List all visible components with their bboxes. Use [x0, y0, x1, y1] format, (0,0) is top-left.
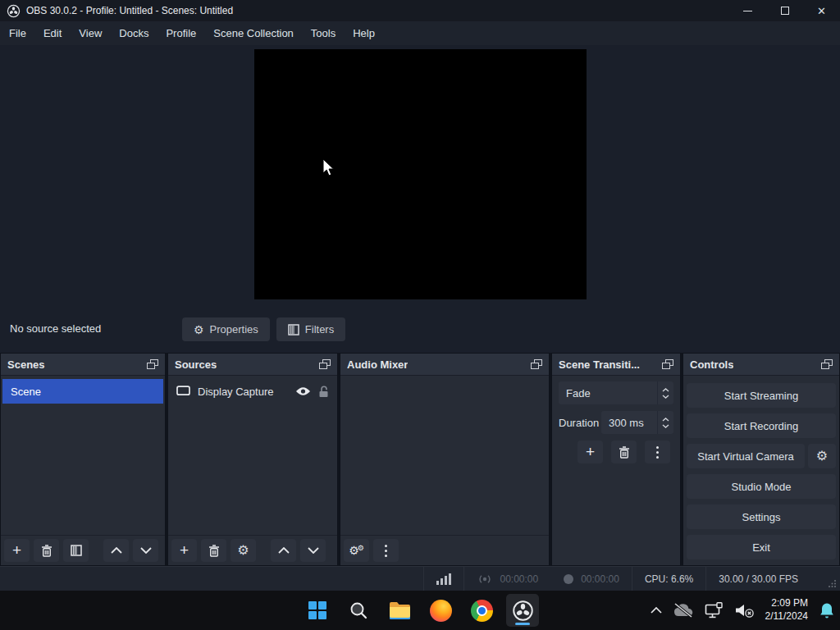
settings-button[interactable]: Settings [687, 504, 836, 529]
maximize-button[interactable] [766, 0, 803, 21]
scenes-panel-title: Scenes [7, 358, 45, 371]
filter-icon [288, 324, 299, 336]
chevron-up-icon [111, 547, 122, 554]
taskbar-clock[interactable]: 2:09 PM 2/11/2024 [765, 597, 809, 623]
start-button[interactable] [301, 594, 334, 627]
advanced-audio-button[interactable]: ⚙⚙ [344, 539, 369, 562]
menu-tools[interactable]: Tools [304, 21, 343, 45]
gear-icon: ⚙ [237, 544, 249, 557]
minimize-button[interactable] [729, 0, 766, 21]
transition-select[interactable]: Fade [559, 381, 673, 404]
start-virtual-camera-button[interactable]: Start Virtual Camera [687, 444, 805, 468]
audio-mixer-body [340, 376, 549, 535]
controls-body: Start Streaming Start Recording Start Vi… [683, 376, 839, 565]
trash-icon [208, 545, 220, 557]
stream-time: 00:00:00 [500, 573, 538, 585]
cpu-usage: CPU: 6.6% [632, 567, 705, 591]
unlock-icon[interactable] [318, 386, 329, 398]
record-time: 00:00:00 [581, 573, 619, 585]
add-scene-button[interactable]: + [4, 539, 30, 562]
add-transition-button[interactable]: + [578, 441, 603, 463]
kebab-menu-icon [385, 545, 387, 557]
search-icon [349, 600, 368, 620]
active-app-indicator [515, 623, 530, 625]
start-recording-button[interactable]: Start Recording [687, 413, 836, 438]
popout-icon [531, 359, 542, 370]
move-scene-up-button[interactable] [103, 539, 129, 562]
file-explorer-button[interactable] [383, 594, 416, 627]
volume-muted-icon[interactable] [735, 603, 755, 618]
resize-grip[interactable] [829, 579, 837, 587]
notification-bell-icon[interactable] [819, 602, 835, 619]
mixer-menu-button[interactable] [373, 539, 399, 562]
spinner-arrows-icon[interactable] [657, 381, 673, 404]
close-button[interactable]: ✕ [803, 0, 840, 21]
minimize-icon [743, 11, 752, 11]
stream-timer: 00:00:00 [464, 567, 550, 591]
scenes-panel-header: Scenes [1, 354, 165, 376]
menu-profile[interactable]: Profile [158, 21, 203, 45]
menu-view[interactable]: View [71, 21, 109, 45]
filters-button[interactable]: Filters [276, 317, 345, 341]
record-dot-icon [563, 573, 574, 585]
scene-transitions-panel: Scene Transiti... Fade Duration [551, 353, 681, 566]
controls-panel: Controls Start Streaming Start Recording… [682, 353, 840, 566]
windows-logo-icon [308, 601, 326, 619]
source-item-label: Display Capture [198, 386, 288, 398]
obs-icon [512, 600, 534, 622]
scene-list-item[interactable]: Scene [2, 379, 163, 404]
scene-item-label: Scene [11, 386, 41, 398]
scene-transitions-title: Scene Transiti... [559, 358, 640, 371]
remove-transition-button[interactable] [611, 441, 637, 463]
onedrive-offline-icon[interactable] [673, 603, 694, 618]
remove-scene-button[interactable] [34, 539, 59, 562]
duration-value: 300 ms [601, 417, 657, 429]
source-properties-button[interactable]: ⚙ [231, 539, 256, 562]
preview-canvas[interactable] [254, 49, 587, 299]
studio-mode-button[interactable]: Studio Mode [687, 474, 836, 499]
workspace: No source selected ⚙ Properties Filters [0, 45, 840, 566]
duration-spinbox[interactable]: 300 ms [601, 411, 673, 434]
menu-scene-collection[interactable]: Scene Collection [206, 21, 301, 45]
move-scene-down-button[interactable] [133, 539, 158, 562]
spinner-arrows-icon[interactable] [657, 411, 673, 434]
menu-help[interactable]: Help [345, 21, 382, 45]
source-toolbar: No source selected ⚙ Properties Filters [0, 316, 840, 344]
properties-button[interactable]: ⚙ Properties [182, 317, 270, 341]
system-tray: 2:09 PM 2/11/2024 [651, 591, 836, 630]
search-button[interactable] [342, 594, 375, 627]
record-timer: 00:00:00 [550, 567, 632, 591]
scene-filters-button[interactable] [63, 539, 89, 562]
menu-edit[interactable]: Edit [36, 21, 69, 45]
tray-chevron-up-icon[interactable] [651, 607, 662, 614]
window-title: OBS 30.0.2 - Profile: Untitled - Scenes:… [26, 5, 729, 16]
controls-title: Controls [690, 358, 733, 371]
virtual-camera-config-button[interactable]: ⚙ [808, 444, 836, 468]
menu-file[interactable]: File [2, 21, 34, 45]
start-streaming-button[interactable]: Start Streaming [687, 383, 836, 408]
firefox-button[interactable] [424, 594, 457, 627]
sources-toolbar: + ⚙ [168, 535, 337, 565]
network-icon[interactable] [705, 602, 724, 619]
obs-taskbar-button[interactable] [506, 594, 539, 627]
add-source-button[interactable]: + [171, 539, 197, 562]
firefox-icon [430, 600, 452, 622]
exit-button[interactable]: Exit [687, 535, 836, 559]
transition-properties-button[interactable] [645, 441, 670, 463]
move-source-down-button[interactable] [300, 539, 326, 562]
plus-icon: + [180, 542, 189, 558]
popout-icon [319, 359, 331, 370]
menu-bar: File Edit View Docks Profile Scene Colle… [0, 21, 840, 45]
move-source-up-button[interactable] [271, 539, 296, 562]
signal-bars-icon [436, 573, 451, 585]
gear-icon: ⚙ [816, 450, 828, 463]
remove-source-button[interactable] [201, 539, 226, 562]
source-list-item[interactable]: Display Capture [168, 379, 337, 404]
visibility-eye-icon[interactable] [295, 386, 311, 396]
obs-logo-icon [7, 4, 21, 18]
title-bar: OBS 30.0.2 - Profile: Untitled - Scenes:… [0, 0, 840, 21]
menu-docks[interactable]: Docks [112, 21, 156, 45]
maximize-icon [781, 7, 789, 15]
sources-panel-title: Sources [175, 358, 217, 371]
chrome-button[interactable] [465, 594, 498, 627]
